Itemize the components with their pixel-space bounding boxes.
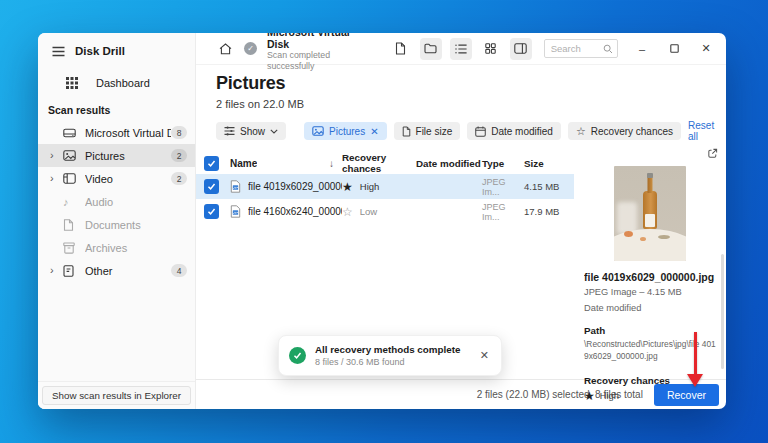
new-file-icon[interactable] [390, 38, 412, 60]
close-button[interactable]: ✕ [694, 38, 718, 60]
page-title: Pictures [216, 73, 712, 94]
calendar-icon [475, 126, 486, 137]
pictures-icon [312, 126, 324, 136]
chevron-down-icon [270, 129, 278, 134]
open-preview-external-icon[interactable] [707, 148, 718, 159]
success-check-icon [289, 347, 306, 364]
column-recovery-chances[interactable]: Recovery chances [342, 152, 416, 174]
file-icon [63, 265, 78, 277]
details-panel-toggle-icon[interactable] [510, 38, 532, 60]
filter-bar: Show Pictures ✕ File [216, 120, 712, 142]
image-file-icon [230, 180, 241, 193]
sliders-icon [224, 126, 235, 136]
remove-filter-icon[interactable]: ✕ [370, 126, 378, 137]
sidebar-item-documents[interactable]: Documents [38, 213, 195, 236]
file-size-filter-chip[interactable]: File size [394, 122, 461, 140]
minimize-button[interactable]: – [630, 38, 654, 60]
show-filter-dropdown[interactable]: Show [216, 122, 286, 140]
star-outline-icon: ☆ [342, 205, 353, 219]
chevron-right-icon: › [50, 173, 63, 184]
detail-date-modified: Date modified [584, 303, 716, 313]
video-icon [63, 173, 78, 184]
column-date-modified[interactable]: Date modified [416, 158, 482, 169]
document-icon [63, 219, 78, 231]
pictures-filter-chip[interactable]: Pictures ✕ [304, 122, 387, 140]
pictures-icon [63, 150, 78, 161]
show-in-explorer-button[interactable]: Show scan results in Explorer [42, 386, 191, 405]
search-icon [603, 44, 613, 54]
detail-filename: file 4019x6029_000000.jpg [584, 271, 716, 283]
column-size[interactable]: Size [524, 158, 572, 169]
scan-status-icon: ✓ [244, 42, 257, 55]
sort-descending-icon[interactable]: ↓ [329, 158, 342, 169]
maximize-button[interactable] [662, 38, 686, 60]
toast-notification: All recovery methods complete 8 files / … [278, 335, 502, 376]
preview-image [614, 166, 686, 261]
reset-all-link[interactable]: Reset all [688, 120, 714, 142]
page-header: Pictures 2 files on 22.0 MB Show [196, 65, 726, 142]
sidebar-footer: Show scan results in Explorer [38, 381, 195, 409]
recovery-chances-filter-chip[interactable]: ☆ Recovery chances [568, 122, 681, 140]
hamburger-menu-icon[interactable] [50, 43, 66, 59]
search-input[interactable] [551, 43, 599, 54]
list-view-icon[interactable] [450, 38, 472, 60]
count-badge: 8 [171, 126, 187, 139]
count-badge: 4 [171, 264, 187, 277]
sidebar: Disk Drill Dashboard Scan results Micros… [38, 33, 196, 409]
page-subtitle: 2 files on 22.0 MB [216, 98, 712, 110]
detail-meta: JPEG Image – 4.15 MB [584, 287, 716, 297]
app-title: Disk Drill [75, 45, 125, 57]
toast-close-icon[interactable]: ✕ [478, 349, 491, 362]
table-header-row: Name↓ Recovery chances Date modified Typ… [196, 152, 574, 174]
table-row[interactable]: file 4019x6029_000000... ★High JPEG Im..… [196, 174, 574, 199]
drive-icon [63, 127, 78, 139]
row-checkbox[interactable] [204, 204, 219, 219]
sidebar-item-archives[interactable]: Archives [38, 236, 195, 259]
select-all-checkbox[interactable] [204, 156, 219, 171]
grid-view-icon[interactable] [480, 38, 502, 60]
sidebar-item-dashboard[interactable]: Dashboard [38, 71, 195, 94]
toast-title: All recovery methods complete [315, 344, 460, 355]
column-name[interactable]: Name [230, 158, 257, 169]
count-badge: 2 [171, 172, 187, 185]
sidebar-item-pictures[interactable]: › Pictures 2 [38, 144, 195, 167]
chevron-right-icon: › [50, 265, 63, 276]
image-file-icon [230, 205, 241, 218]
dashboard-label: Dashboard [96, 77, 150, 89]
star-icon: ☆ [576, 126, 586, 137]
search-box [544, 39, 618, 58]
file-icon [402, 126, 411, 137]
home-icon[interactable] [214, 38, 236, 60]
annotation-arrow [687, 332, 704, 387]
date-modified-filter-chip[interactable]: Date modified [467, 122, 561, 140]
archive-box-icon [63, 242, 78, 254]
sidebar-item-microsoft-virtual-disk[interactable]: Microsoft Virtual Disk 8 [38, 121, 195, 144]
star-filled-icon: ★ [584, 389, 595, 403]
sidebar-item-audio[interactable]: ♪ Audio [38, 190, 195, 213]
count-badge: 2 [171, 149, 187, 162]
folder-view-icon[interactable] [420, 38, 442, 60]
column-type[interactable]: Type [482, 158, 524, 169]
audio-note-icon: ♪ [63, 196, 78, 208]
row-checkbox[interactable] [204, 179, 219, 194]
scan-results-section-label: Scan results [38, 94, 195, 121]
table-row[interactable]: file 4160x6240_000001... ☆Low JPEG Im...… [196, 199, 574, 224]
toast-subtitle: 8 files / 30.6 MB found [315, 357, 460, 367]
sidebar-item-other[interactable]: › Other 4 [38, 259, 195, 282]
dashboard-grid-icon [66, 77, 81, 89]
topbar: ✓ Microsoft Virtual Disk Scan completed … [196, 33, 726, 65]
panel-scrollbar[interactable] [721, 254, 724, 369]
sidebar-header: Disk Drill [38, 33, 195, 67]
star-filled-icon: ★ [342, 180, 353, 194]
chevron-right-icon: › [50, 150, 63, 161]
app-window: Disk Drill Dashboard Scan results Micros… [38, 33, 726, 409]
sidebar-item-video[interactable]: › Video 2 [38, 167, 195, 190]
